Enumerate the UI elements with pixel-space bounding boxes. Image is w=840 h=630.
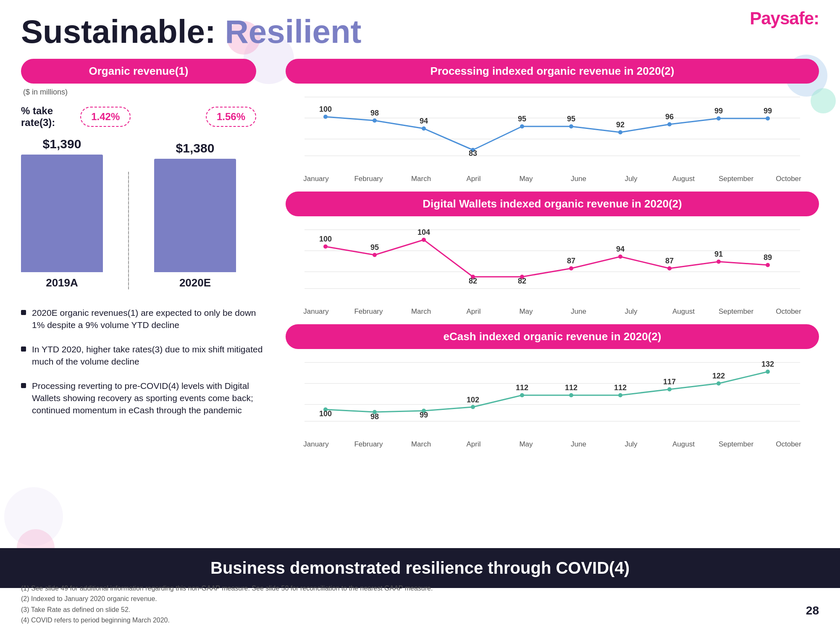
- svg-point-12: [717, 116, 721, 121]
- x-label-oct: October: [762, 175, 815, 183]
- svg-text:100: 100: [319, 235, 332, 243]
- processing-x-axis: January February March April May June Ju…: [286, 175, 819, 183]
- ecash-chart: 100 98 99 102 112 112 112 117 122 132: [286, 354, 819, 438]
- bullet-1: 2020E organic revenues(1) are expected t…: [21, 307, 265, 331]
- svg-point-36: [717, 260, 721, 264]
- title-part2: Resilient: [225, 13, 361, 50]
- svg-text:95: 95: [518, 115, 526, 123]
- bullet-text-2: In YTD 2020, higher take rates(3) due to…: [32, 343, 265, 368]
- svg-text:87: 87: [665, 257, 674, 265]
- svg-point-37: [766, 263, 770, 267]
- page-number: 28: [806, 604, 819, 617]
- svg-text:100: 100: [319, 410, 332, 418]
- svg-text:82: 82: [469, 277, 477, 285]
- processing-svg: 100 98 94 83 95 95 92 96 99 99: [286, 89, 819, 166]
- svg-point-35: [667, 266, 672, 270]
- title-part1: Sustainable:: [21, 13, 225, 50]
- svg-text:112: 112: [565, 383, 578, 392]
- x-label-jun: June: [552, 175, 605, 183]
- bar-2020-rect: [154, 159, 236, 272]
- svg-text:92: 92: [616, 121, 625, 129]
- millions-label: ($ in millions): [23, 88, 256, 97]
- svg-point-13: [766, 116, 770, 121]
- x-label-aug: August: [657, 175, 710, 183]
- svg-text:95: 95: [567, 115, 575, 123]
- bullet-dot-2: [21, 346, 26, 352]
- footnote-2: (2) Indexed to January 2020 organic reve…: [21, 593, 798, 604]
- svg-text:99: 99: [420, 411, 428, 419]
- wallets-svg: 100 95 104 82 82 87 94 87 91 89: [286, 221, 819, 299]
- svg-point-55: [471, 405, 475, 409]
- bar-2020: $1,380 2020E: [154, 141, 236, 289]
- bullet-points: 2020E organic revenues(1) are expected t…: [21, 307, 265, 428]
- svg-text:95: 95: [370, 243, 379, 252]
- svg-text:102: 102: [467, 396, 479, 404]
- main-title: Sustainable: Resilient: [21, 13, 362, 51]
- svg-text:83: 83: [469, 149, 477, 158]
- logo: Paysafe:: [750, 8, 819, 29]
- bar-2019-rect: [21, 155, 103, 272]
- svg-text:96: 96: [665, 113, 674, 121]
- svg-point-33: [569, 266, 573, 270]
- svg-text:94: 94: [616, 245, 625, 253]
- svg-point-60: [717, 381, 721, 386]
- svg-text:100: 100: [319, 105, 332, 113]
- bar-2020-label: 2020E: [179, 276, 211, 289]
- bar-2019: $1,390 2019A: [21, 137, 103, 289]
- footnote-4: (4) COVID refers to period beginning Mar…: [21, 615, 798, 626]
- svg-text:89: 89: [764, 253, 772, 262]
- svg-text:82: 82: [518, 277, 526, 285]
- svg-text:98: 98: [370, 109, 379, 117]
- bar-2020-value: $1,380: [176, 141, 215, 155]
- organic-revenue-badge: Organic revenue(1): [21, 59, 256, 84]
- x-label-sep: September: [710, 175, 762, 183]
- svg-text:122: 122: [712, 372, 725, 380]
- svg-point-4: [323, 115, 328, 119]
- svg-point-61: [766, 370, 770, 374]
- ecash-svg: 100 98 99 102 112 112 112 117 122 132: [286, 354, 819, 432]
- svg-point-9: [569, 124, 573, 129]
- bullet-2: In YTD 2020, higher take rates(3) due to…: [21, 343, 265, 368]
- take-rate-2020: 1.56%: [206, 107, 256, 127]
- svg-text:132: 132: [761, 360, 774, 368]
- bar-chart: $1,390 2019A $1,380 2020E: [21, 137, 256, 289]
- footnote-3: (3) Take Rate as defined on slide 52.: [21, 604, 798, 615]
- svg-point-11: [667, 122, 672, 126]
- x-label-mar: March: [395, 175, 447, 183]
- processing-chart: 100 98 94 83 95 95 92 96 99 99: [286, 89, 819, 173]
- svg-point-30: [422, 238, 426, 242]
- take-rate-label: % take rate(3):: [21, 105, 63, 129]
- right-panel: Processing indexed organic revenue in 20…: [286, 59, 819, 457]
- bullet-text-3: Processing reverting to pre-COVID(4) lev…: [32, 380, 265, 417]
- svg-point-8: [520, 124, 524, 129]
- x-label-apr: April: [447, 175, 500, 183]
- x-label-jul: July: [605, 175, 657, 183]
- svg-point-34: [618, 255, 622, 259]
- svg-text:104: 104: [417, 228, 430, 236]
- x-label-jan: January: [290, 175, 342, 183]
- wallets-x-axis: January February March April May June Ju…: [286, 307, 819, 316]
- svg-point-57: [569, 393, 573, 397]
- svg-text:94: 94: [420, 117, 428, 125]
- ecash-badge: eCash indexed organic revenue in 2020(2): [286, 324, 819, 349]
- bullet-3: Processing reverting to pre-COVID(4) lev…: [21, 380, 265, 417]
- svg-text:112: 112: [516, 383, 528, 392]
- bullet-text-1: 2020E organic revenues(1) are expected t…: [32, 307, 265, 331]
- svg-text:99: 99: [714, 107, 723, 115]
- footer-title: Business demonstrated resilience through…: [21, 559, 819, 578]
- svg-point-56: [520, 393, 524, 397]
- svg-point-28: [323, 244, 328, 249]
- wallets-badge: Digital Wallets indexed organic revenue …: [286, 192, 819, 216]
- wallets-chart-section: Digital Wallets indexed organic revenue …: [286, 192, 819, 316]
- svg-text:117: 117: [663, 378, 676, 386]
- bullet-dot-1: [21, 310, 26, 315]
- processing-chart-section: Processing indexed organic revenue in 20…: [286, 59, 819, 183]
- svg-point-5: [373, 118, 377, 123]
- bar-2019-value: $1,390: [43, 137, 81, 151]
- svg-point-10: [618, 130, 622, 134]
- footer-bar: Business demonstrated resilience through…: [0, 548, 840, 588]
- wallets-chart: 100 95 104 82 82 87 94 87 91 89: [286, 221, 819, 305]
- bullet-dot-3: [21, 383, 26, 388]
- svg-point-58: [618, 393, 622, 397]
- svg-text:87: 87: [567, 257, 575, 265]
